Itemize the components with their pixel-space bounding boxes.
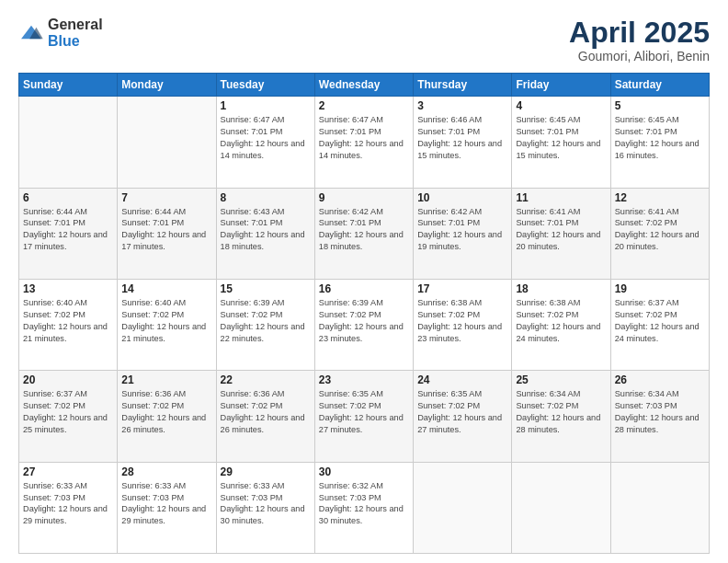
day-info: Sunrise: 6:38 AM Sunset: 7:02 PM Dayligh… bbox=[417, 297, 507, 345]
day-info: Sunrise: 6:47 AM Sunset: 7:01 PM Dayligh… bbox=[319, 114, 409, 162]
day-header-thursday: Thursday bbox=[414, 74, 512, 97]
day-number: 9 bbox=[319, 191, 409, 204]
calendar-cell: 20Sunrise: 6:37 AM Sunset: 7:02 PM Dayli… bbox=[19, 371, 118, 462]
day-info: Sunrise: 6:39 AM Sunset: 7:02 PM Dayligh… bbox=[319, 297, 409, 345]
day-info: Sunrise: 6:38 AM Sunset: 7:02 PM Dayligh… bbox=[516, 297, 606, 345]
calendar-cell: 26Sunrise: 6:34 AM Sunset: 7:03 PM Dayli… bbox=[610, 371, 709, 462]
day-header-sunday: Sunday bbox=[19, 74, 118, 97]
calendar-cell: 24Sunrise: 6:35 AM Sunset: 7:02 PM Dayli… bbox=[414, 371, 512, 462]
calendar-cell: 6Sunrise: 6:44 AM Sunset: 7:01 PM Daylig… bbox=[19, 188, 118, 279]
day-number: 2 bbox=[319, 99, 409, 112]
day-info: Sunrise: 6:34 AM Sunset: 7:02 PM Dayligh… bbox=[516, 388, 606, 436]
day-info: Sunrise: 6:36 AM Sunset: 7:02 PM Dayligh… bbox=[221, 388, 311, 436]
day-number: 5 bbox=[615, 99, 705, 112]
calendar-cell bbox=[512, 462, 610, 553]
calendar-cell: 5Sunrise: 6:45 AM Sunset: 7:01 PM Daylig… bbox=[610, 97, 709, 188]
calendar-cell: 17Sunrise: 6:38 AM Sunset: 7:02 PM Dayli… bbox=[414, 279, 512, 370]
day-number: 15 bbox=[221, 282, 311, 295]
day-info: Sunrise: 6:41 AM Sunset: 7:01 PM Dayligh… bbox=[516, 206, 606, 254]
day-number: 11 bbox=[516, 191, 606, 204]
logo-general: General bbox=[48, 17, 103, 32]
calendar-cell: 2Sunrise: 6:47 AM Sunset: 7:01 PM Daylig… bbox=[314, 97, 413, 188]
calendar-cell: 14Sunrise: 6:40 AM Sunset: 7:02 PM Dayli… bbox=[118, 279, 216, 370]
day-number: 22 bbox=[221, 373, 311, 386]
day-info: Sunrise: 6:36 AM Sunset: 7:02 PM Dayligh… bbox=[121, 388, 211, 436]
day-number: 13 bbox=[23, 282, 113, 295]
day-number: 26 bbox=[615, 373, 705, 386]
day-info: Sunrise: 6:45 AM Sunset: 7:01 PM Dayligh… bbox=[615, 114, 705, 162]
calendar-week-5: 27Sunrise: 6:33 AM Sunset: 7:03 PM Dayli… bbox=[19, 462, 710, 553]
day-info: Sunrise: 6:42 AM Sunset: 7:01 PM Dayligh… bbox=[417, 206, 507, 254]
day-number: 6 bbox=[23, 191, 113, 204]
calendar-cell: 28Sunrise: 6:33 AM Sunset: 7:03 PM Dayli… bbox=[118, 462, 216, 553]
calendar-cell: 18Sunrise: 6:38 AM Sunset: 7:02 PM Dayli… bbox=[512, 279, 610, 370]
logo-text: General Blue bbox=[48, 17, 103, 50]
day-number: 10 bbox=[417, 191, 507, 204]
day-info: Sunrise: 6:46 AM Sunset: 7:01 PM Dayligh… bbox=[417, 114, 507, 162]
logo-blue: Blue bbox=[48, 33, 80, 49]
day-number: 24 bbox=[417, 373, 507, 386]
calendar-cell: 30Sunrise: 6:32 AM Sunset: 7:03 PM Dayli… bbox=[314, 462, 413, 553]
calendar-cell bbox=[118, 97, 216, 188]
calendar-cell: 11Sunrise: 6:41 AM Sunset: 7:01 PM Dayli… bbox=[512, 188, 610, 279]
day-info: Sunrise: 6:44 AM Sunset: 7:01 PM Dayligh… bbox=[121, 206, 211, 254]
day-info: Sunrise: 6:35 AM Sunset: 7:02 PM Dayligh… bbox=[417, 388, 507, 436]
day-number: 20 bbox=[23, 373, 113, 386]
day-header-monday: Monday bbox=[118, 74, 216, 97]
day-number: 19 bbox=[615, 282, 705, 295]
day-number: 30 bbox=[319, 465, 409, 478]
logo-icon bbox=[18, 24, 44, 42]
calendar-week-2: 6Sunrise: 6:44 AM Sunset: 7:01 PM Daylig… bbox=[19, 188, 710, 279]
day-number: 12 bbox=[615, 191, 705, 204]
calendar-cell: 7Sunrise: 6:44 AM Sunset: 7:01 PM Daylig… bbox=[118, 188, 216, 279]
day-header-saturday: Saturday bbox=[610, 74, 709, 97]
calendar-cell: 19Sunrise: 6:37 AM Sunset: 7:02 PM Dayli… bbox=[610, 279, 709, 370]
day-number: 27 bbox=[23, 465, 113, 478]
calendar-cell: 27Sunrise: 6:33 AM Sunset: 7:03 PM Dayli… bbox=[19, 462, 118, 553]
day-info: Sunrise: 6:43 AM Sunset: 7:01 PM Dayligh… bbox=[221, 206, 311, 254]
day-header-friday: Friday bbox=[512, 74, 610, 97]
day-header-wednesday: Wednesday bbox=[314, 74, 413, 97]
day-info: Sunrise: 6:39 AM Sunset: 7:02 PM Dayligh… bbox=[221, 297, 311, 345]
calendar-cell: 8Sunrise: 6:43 AM Sunset: 7:01 PM Daylig… bbox=[216, 188, 314, 279]
day-info: Sunrise: 6:33 AM Sunset: 7:03 PM Dayligh… bbox=[23, 480, 113, 528]
page: General Blue April 2025 Goumori, Alibori… bbox=[0, 0, 728, 563]
day-number: 18 bbox=[516, 282, 606, 295]
calendar-header-row: SundayMondayTuesdayWednesdayThursdayFrid… bbox=[19, 74, 710, 97]
calendar-cell bbox=[414, 462, 512, 553]
calendar-week-1: 1Sunrise: 6:47 AM Sunset: 7:01 PM Daylig… bbox=[19, 97, 710, 188]
day-number: 16 bbox=[319, 282, 409, 295]
day-number: 28 bbox=[121, 465, 211, 478]
day-info: Sunrise: 6:45 AM Sunset: 7:01 PM Dayligh… bbox=[516, 114, 606, 162]
day-number: 4 bbox=[516, 99, 606, 112]
day-info: Sunrise: 6:37 AM Sunset: 7:02 PM Dayligh… bbox=[23, 388, 113, 436]
day-number: 25 bbox=[516, 373, 606, 386]
calendar-cell: 25Sunrise: 6:34 AM Sunset: 7:02 PM Dayli… bbox=[512, 371, 610, 462]
calendar-week-4: 20Sunrise: 6:37 AM Sunset: 7:02 PM Dayli… bbox=[19, 371, 710, 462]
day-number: 14 bbox=[121, 282, 211, 295]
day-number: 8 bbox=[221, 191, 311, 204]
day-number: 7 bbox=[121, 191, 211, 204]
calendar-cell: 9Sunrise: 6:42 AM Sunset: 7:01 PM Daylig… bbox=[314, 188, 413, 279]
day-number: 17 bbox=[417, 282, 507, 295]
day-number: 23 bbox=[319, 373, 409, 386]
day-number: 21 bbox=[121, 373, 211, 386]
calendar-cell: 10Sunrise: 6:42 AM Sunset: 7:01 PM Dayli… bbox=[414, 188, 512, 279]
day-info: Sunrise: 6:34 AM Sunset: 7:03 PM Dayligh… bbox=[615, 388, 705, 436]
day-number: 1 bbox=[221, 99, 311, 112]
location: Goumori, Alibori, Benin bbox=[569, 49, 710, 63]
calendar-cell: 29Sunrise: 6:33 AM Sunset: 7:03 PM Dayli… bbox=[216, 462, 314, 553]
day-info: Sunrise: 6:44 AM Sunset: 7:01 PM Dayligh… bbox=[23, 206, 113, 254]
day-number: 3 bbox=[417, 99, 507, 112]
header: General Blue April 2025 Goumori, Alibori… bbox=[18, 17, 710, 63]
day-info: Sunrise: 6:33 AM Sunset: 7:03 PM Dayligh… bbox=[121, 480, 211, 528]
calendar-cell: 23Sunrise: 6:35 AM Sunset: 7:02 PM Dayli… bbox=[314, 371, 413, 462]
calendar-cell: 16Sunrise: 6:39 AM Sunset: 7:02 PM Dayli… bbox=[314, 279, 413, 370]
day-info: Sunrise: 6:47 AM Sunset: 7:01 PM Dayligh… bbox=[221, 114, 311, 162]
day-info: Sunrise: 6:33 AM Sunset: 7:03 PM Dayligh… bbox=[221, 480, 311, 528]
calendar-week-3: 13Sunrise: 6:40 AM Sunset: 7:02 PM Dayli… bbox=[19, 279, 710, 370]
day-info: Sunrise: 6:32 AM Sunset: 7:03 PM Dayligh… bbox=[319, 480, 409, 528]
calendar-cell: 15Sunrise: 6:39 AM Sunset: 7:02 PM Dayli… bbox=[216, 279, 314, 370]
calendar-cell: 3Sunrise: 6:46 AM Sunset: 7:01 PM Daylig… bbox=[414, 97, 512, 188]
day-number: 29 bbox=[221, 465, 311, 478]
